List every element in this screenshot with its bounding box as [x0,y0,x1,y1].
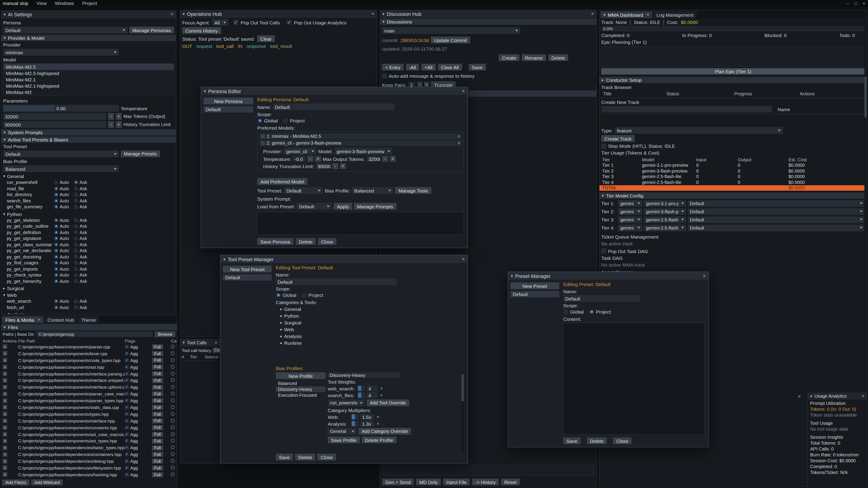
agg-checkbox[interactable] [125,412,129,416]
remove-file-button[interactable]: x [3,358,7,362]
agg-checkbox[interactable] [125,358,129,362]
manage-tools-button[interactable]: Manage Tools [395,187,431,194]
full-button[interactable]: Full [152,452,163,457]
full-button[interactable]: Full [152,472,163,477]
tier-model-dropdown[interactable]: gemini-2.5-flash-lite [644,224,686,231]
temperature-input[interactable]: -0.0 [293,156,306,162]
tier-provider-dropdown[interactable]: gemini [618,200,643,207]
bias-profile-item[interactable]: Balanced [276,381,326,386]
tool-preset-manager-header[interactable]: Tool Preset Manager × [221,255,467,263]
remove-file-button[interactable]: x [3,466,7,470]
model-option[interactable]: MiniMax-M2 [4,89,174,95]
temperature-slider[interactable]: 0.00 [3,105,119,111]
auto-radio[interactable]: Auto [54,267,74,271]
category-node[interactable]: Analysis [280,333,464,339]
full-button[interactable]: Full [152,465,163,470]
close-icon[interactable]: × [215,340,217,345]
full-button[interactable]: Full [152,418,163,423]
auto-radio[interactable]: Auto [54,198,74,203]
agg-checkbox[interactable] [125,466,129,470]
ask-radio[interactable]: Ask [74,186,93,191]
category-header[interactable]: Python [3,211,174,217]
auto-radio[interactable]: Auto [54,242,74,247]
auto-radio[interactable]: Auto [54,224,74,229]
weight-value-input[interactable]: 4 [367,392,377,398]
ask-radio[interactable]: Ask [74,180,93,185]
remove-file-button[interactable]: x [3,351,7,356]
remove-file-button[interactable]: x [3,418,7,423]
agg-checkbox[interactable] [125,365,129,369]
system-prompts-section[interactable]: System Prompts [1,129,176,135]
update-commit-button[interactable]: Update Commit [431,37,470,43]
save-profile-button[interactable]: Save Profile [328,436,360,443]
decrement-button[interactable]: - [307,156,313,162]
auto-radio[interactable]: Auto [54,236,74,241]
auto-radio[interactable]: Auto [54,186,74,191]
delete-button[interactable]: Delete [587,437,607,444]
decrement-button[interactable]: - [108,113,114,120]
remove-file-button[interactable]: x [3,345,7,349]
auto-radio[interactable]: Auto [54,192,74,197]
ask-radio[interactable]: Ask [74,198,93,203]
composer-button[interactable]: Gen + Send [382,479,414,485]
auto-radio[interactable]: Auto [54,204,74,209]
model-dropdown[interactable]: gemini-3-flash-preview [334,148,392,155]
close-dialog-button[interactable]: Close [613,437,632,444]
bias-profile-dropdown[interactable]: Balanced [352,187,394,194]
history-limit-input[interactable]: 900000 [3,121,106,128]
ask-radio[interactable]: Ask [74,248,93,253]
remove-file-button[interactable]: x [3,425,7,430]
full-button[interactable]: Full [152,438,163,444]
close-icon[interactable]: × [462,257,465,262]
full-button[interactable]: Full [152,358,163,363]
agg-checkbox[interactable] [125,452,129,456]
increment-button[interactable]: + [390,156,396,162]
save-persona-button[interactable]: Save Persona [257,238,293,245]
menu-item[interactable]: Windows [55,0,74,6]
remove-file-button[interactable]: x [3,392,7,396]
add-category-override-button[interactable]: Add Category Override [359,428,411,435]
full-button[interactable]: Full [152,371,163,377]
weight-slider[interactable] [358,385,365,391]
preset-manager-header[interactable]: Preset Manager × [508,272,708,280]
ask-radio[interactable]: Ask [74,299,93,304]
new-tool-preset-button[interactable]: New Tool Preset [223,266,272,272]
remove-file-button[interactable]: x [3,439,7,443]
save-preset-button[interactable]: Save [276,454,293,460]
remove-file-button[interactable]: x [3,378,7,383]
preset-name-input[interactable]: Default [563,295,640,302]
increment-button[interactable]: + [340,163,346,169]
usage-analytics-header[interactable]: Usage Analytics × [808,393,867,399]
ask-radio[interactable]: Ask [74,267,93,271]
tool-calls-header[interactable]: Tool Calls × [180,339,220,346]
provider-dropdown[interactable]: gemini_cli [284,148,316,155]
delete-persona-button[interactable]: Delete [296,238,316,245]
tier-provider-dropdown[interactable]: gemini [618,224,643,231]
composer-button[interactable]: -> History [472,479,499,485]
auto-radio[interactable]: Auto [54,299,74,304]
increment-button[interactable]: + [116,113,122,120]
scope-project-radio[interactable] [302,293,307,297]
tab-mma-dashboard[interactable]: MMA Dashboard× [600,11,652,18]
close-icon[interactable]: × [591,11,594,16]
scope-project-radio[interactable] [283,118,288,123]
preferred-model-row[interactable]: 1. minimax - MiniMax-M2.5 × [259,133,462,139]
category-node[interactable]: Surgical [280,320,464,325]
increment-button[interactable]: + [116,121,122,128]
category-header[interactable]: Analysis [3,312,174,315]
track-type-dropdown[interactable]: feature [615,127,783,134]
track-name-input[interactable] [601,106,772,112]
tool-preset-dropdown[interactable]: Default [284,187,323,194]
add-tool-override-button[interactable]: Add Tool Override [367,399,409,406]
composer-button[interactable]: MD Only [416,479,441,485]
preset-content-textarea[interactable] [563,323,705,435]
composer-button[interactable]: Reset [501,479,520,485]
close-icon[interactable]: × [703,273,706,278]
preset-name-input[interactable]: Default [276,278,397,285]
tier-preset-dropdown[interactable]: Default [688,224,865,231]
provider-model-section[interactable]: Provider & Model [1,35,176,41]
delete-profile-button[interactable]: Delete Profile [362,436,396,443]
agg-checkbox[interactable] [125,459,129,463]
persona-dropdown[interactable]: Default [3,27,127,33]
create-track-button[interactable]: Create Track [601,135,635,142]
